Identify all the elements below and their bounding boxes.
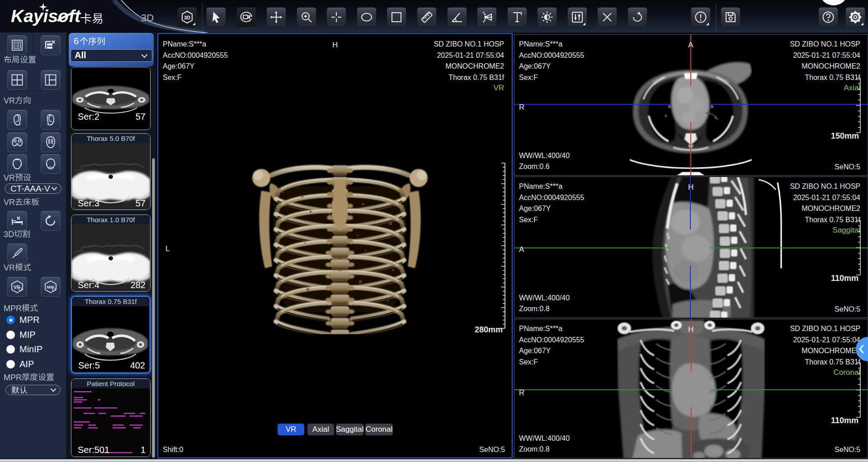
svg-text:3D: 3D: [184, 15, 190, 20]
